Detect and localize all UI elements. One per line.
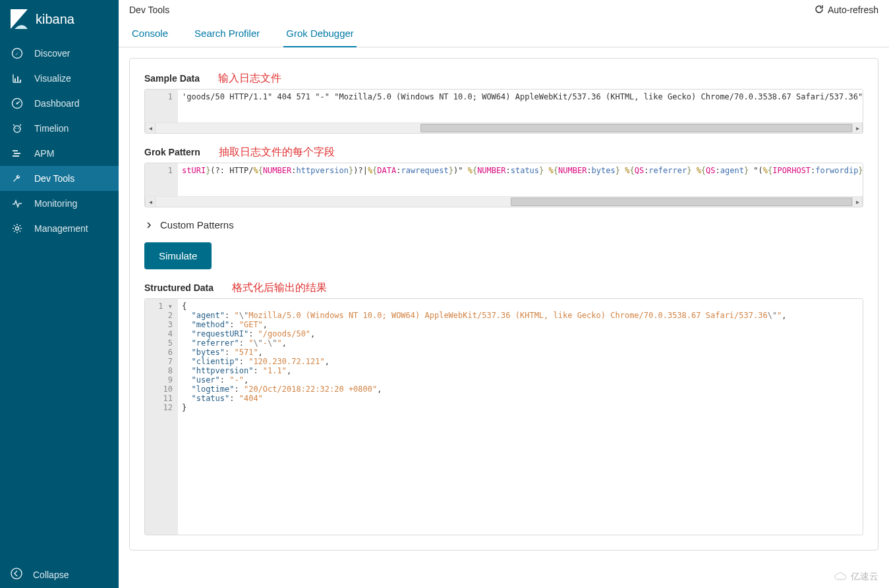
timelion-icon [11, 122, 24, 135]
scroll-right-icon[interactable]: ▸ [852, 197, 863, 207]
grok-panel: Sample Data 输入日志文件 1 'goods/50 HTTP/1.1"… [129, 58, 878, 550]
sidebar-item-timelion[interactable]: Timelion [0, 116, 119, 141]
sidebar-item-discover[interactable]: Discover [0, 41, 119, 66]
scroll-left-icon[interactable]: ◂ [145, 197, 156, 207]
kibana-logo-icon [11, 9, 28, 29]
scroll-thumb[interactable] [511, 198, 852, 206]
structured-text: { "agent": "\"Mozilla/5.0 (Windows NT 10… [178, 299, 863, 535]
sidebar: kibana DiscoverVisualizeDashboardTimelio… [0, 0, 119, 588]
sidebar-item-label: Monitoring [34, 198, 77, 209]
brand-name: kibana [36, 12, 74, 27]
svg-point-9 [16, 227, 19, 230]
sidebar-item-label: Dashboard [34, 98, 80, 109]
pattern-scrollbar[interactable]: ◂ ▸ [145, 196, 863, 207]
sidebar-item-label: Management [34, 223, 88, 234]
sidebar-item-label: Timelion [34, 123, 69, 134]
tabs: ConsoleSearch ProfilerGrok Debugger [119, 20, 889, 47]
scroll-right-icon[interactable]: ▸ [852, 123, 863, 133]
sample-data-editor[interactable]: 1 'goods/50 HTTP/1.1" 404 571 "-" "Mozil… [144, 89, 863, 134]
structured-annotation: 格式化后输出的结果 [232, 282, 327, 293]
topbar: Dev Tools Auto-refresh [119, 0, 889, 20]
sidebar-item-label: Visualize [34, 73, 71, 84]
tab-grok-debugger[interactable]: Grok Debugger [283, 20, 357, 47]
sidebar-item-management[interactable]: Management [0, 216, 119, 241]
auto-refresh-button[interactable]: Auto-refresh [815, 5, 878, 16]
gutter: 1 ▾23456789101112 [145, 299, 178, 535]
sidebar-item-dashboard[interactable]: Dashboard [0, 91, 119, 116]
gear-icon [11, 222, 24, 235]
svg-point-10 [11, 568, 22, 579]
svg-point-8 [18, 128, 19, 129]
sidebar-item-monitoring[interactable]: Monitoring [0, 191, 119, 216]
wrench-icon [11, 172, 24, 185]
simulate-button[interactable]: Simulate [144, 242, 212, 269]
custom-patterns-toggle[interactable]: Custom Patterns [144, 217, 863, 233]
sidebar-item-label: Discover [34, 48, 70, 59]
refresh-icon [815, 5, 824, 16]
main: Dev Tools Auto-refresh ConsoleSearch Pro… [119, 0, 889, 588]
svg-rect-2 [17, 76, 18, 82]
sidebar-item-visualize[interactable]: Visualize [0, 66, 119, 91]
pattern-text[interactable]: stURI}(?: HTTP/%{NUMBER:httpversion})?|%… [178, 163, 863, 196]
scroll-left-icon[interactable]: ◂ [145, 123, 156, 133]
grok-pattern-label: Grok Pattern [144, 147, 200, 157]
arrow-left-icon [11, 568, 22, 581]
collapse-button[interactable]: Collapse [0, 561, 119, 588]
sidebar-item-label: APM [34, 148, 54, 159]
svg-rect-1 [14, 78, 16, 82]
logo: kibana [0, 0, 119, 41]
collapse-label: Collapse [33, 570, 69, 580]
page-title: Dev Tools [129, 5, 169, 15]
svg-point-6 [14, 126, 20, 132]
tab-search-profiler[interactable]: Search Profiler [192, 20, 262, 47]
chart-icon [11, 72, 24, 85]
structured-data-label: Structured Data [144, 282, 214, 293]
pattern-annotation: 抽取日志文件的每个字段 [219, 146, 335, 157]
custom-patterns-label: Custom Patterns [160, 219, 234, 230]
sidebar-item-apm[interactable]: APM [0, 141, 119, 166]
scroll-thumb[interactable] [420, 124, 852, 132]
sidebar-item-label: Dev Tools [34, 173, 74, 184]
sample-data-label: Sample Data [144, 73, 200, 84]
tab-console[interactable]: Console [129, 20, 171, 47]
svg-point-7 [15, 128, 16, 129]
apm-icon [11, 147, 24, 160]
svg-point-5 [16, 103, 18, 105]
auto-refresh-label: Auto-refresh [828, 5, 878, 15]
gauge-icon [11, 97, 24, 110]
compass-icon [11, 47, 24, 60]
heartbeat-icon [11, 197, 24, 210]
sample-text[interactable]: 'goods/50 HTTP/1.1" 404 571 "-" "Mozilla… [178, 90, 863, 122]
gutter: 1 [145, 90, 178, 122]
chevron-right-icon [144, 221, 154, 230]
svg-rect-3 [20, 80, 21, 82]
sample-annotation: 输入日志文件 [218, 72, 281, 84]
content: Sample Data 输入日志文件 1 'goods/50 HTTP/1.1"… [119, 47, 889, 588]
gutter: 1 [145, 163, 178, 196]
structured-data-output[interactable]: 1 ▾23456789101112 { "agent": "\"Mozilla/… [144, 298, 863, 535]
sample-scrollbar[interactable]: ◂ ▸ [145, 122, 863, 133]
sidebar-item-dev-tools[interactable]: Dev Tools [0, 166, 119, 191]
grok-pattern-editor[interactable]: 1 stURI}(?: HTTP/%{NUMBER:httpversion})?… [144, 163, 863, 207]
nav: DiscoverVisualizeDashboardTimelionAPMDev… [0, 41, 119, 561]
